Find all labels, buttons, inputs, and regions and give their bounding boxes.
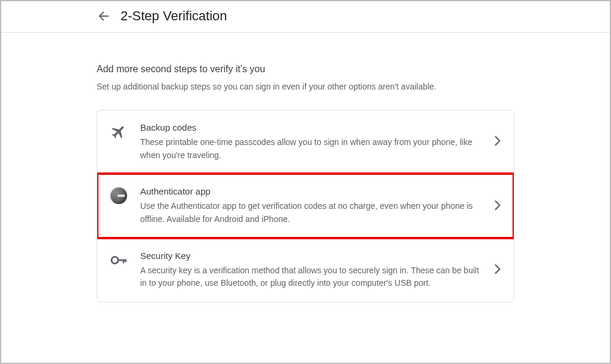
option-body: Authenticator app Use the Authenticator … <box>140 186 501 226</box>
option-description: Use the Authenticator app to get verific… <box>140 200 483 226</box>
option-body: Backup codes These printable one-time pa… <box>140 122 501 162</box>
section-description: Set up additional backup steps so you ca… <box>97 81 514 93</box>
airplane-icon <box>110 124 127 140</box>
option-title: Security Key <box>140 251 483 261</box>
page-title: 2-Step Verification <box>121 8 227 24</box>
authenticator-icon <box>110 187 127 204</box>
svg-rect-2 <box>118 259 126 261</box>
option-backup-codes[interactable]: Backup codes These printable one-time pa… <box>97 110 514 174</box>
options-card: Backup codes These printable one-time pa… <box>97 110 514 303</box>
option-title: Authenticator app <box>140 186 483 196</box>
chevron-right-icon <box>495 136 501 148</box>
option-description: A security key is a verification method … <box>140 264 483 290</box>
option-description: These printable one-time passcodes allow… <box>140 136 483 162</box>
svg-rect-4 <box>125 259 126 262</box>
main-content: Add more second steps to verify it's you… <box>1 33 610 314</box>
option-security-key[interactable]: Security Key A security key is a verific… <box>97 238 514 302</box>
svg-point-1 <box>112 257 118 263</box>
chevron-right-icon <box>495 200 501 212</box>
section-title: Add more second steps to verify it's you <box>97 64 514 75</box>
key-icon <box>110 252 127 269</box>
chevron-right-icon <box>495 264 501 276</box>
svg-rect-3 <box>123 259 125 263</box>
back-arrow-icon[interactable] <box>97 9 111 23</box>
option-title: Backup codes <box>140 122 483 132</box>
page-header: 2-Step Verification <box>1 1 610 33</box>
option-body: Security Key A security key is a verific… <box>140 251 501 290</box>
option-authenticator-app[interactable]: Authenticator app Use the Authenticator … <box>97 174 514 237</box>
